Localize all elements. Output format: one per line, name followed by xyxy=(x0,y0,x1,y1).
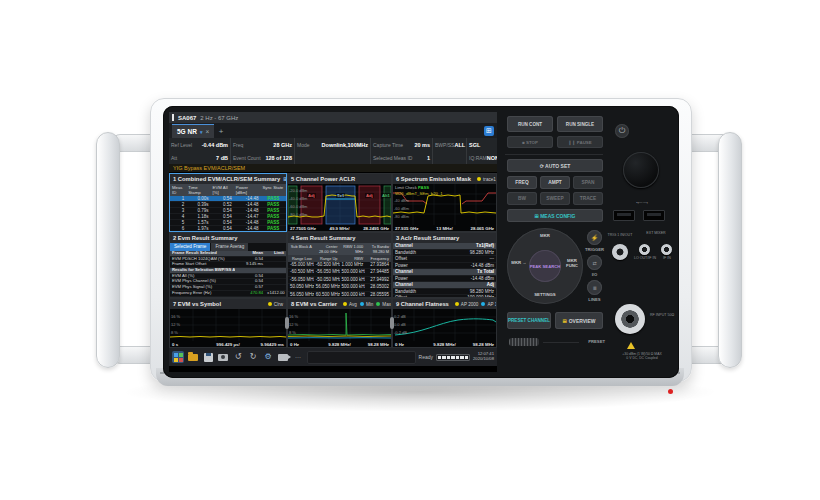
touchscreen[interactable]: SA067 2 Hz - 67 GHz 5G NR ▾ × + ⊞ Ref Le… xyxy=(169,112,497,372)
usb-port-2[interactable] xyxy=(643,210,665,221)
sem-chart: Limit Check PASS W26_dBmT_SEm_b20_1 -40 … xyxy=(393,184,496,231)
table-cell: -56.050 MHz xyxy=(288,277,314,283)
table-cell: 1.18s xyxy=(186,214,210,219)
trigger-button[interactable]: ⚡ xyxy=(587,230,602,245)
panel-evm-summary[interactable]: 2 Evm Result Summary Selected Frame Fram… xyxy=(169,232,287,298)
lo-out-connector[interactable] xyxy=(639,244,650,255)
table-cell: 27.94992 xyxy=(365,277,391,283)
y-tick: -80 dBm xyxy=(394,214,409,219)
span-button[interactable]: SPAN xyxy=(573,176,603,189)
tab-frame-average[interactable]: Frame Averag xyxy=(211,243,248,251)
video-icon[interactable] xyxy=(277,351,289,363)
peak-search-button[interactable]: PEAK SEARCH xyxy=(529,250,561,282)
preset-channel-button[interactable]: PRESET CHANNEL xyxy=(507,312,551,329)
close-icon[interactable]: × xyxy=(205,128,209,135)
tab-5gnr[interactable]: 5G NR ▾ × xyxy=(172,124,214,138)
run-cont-button[interactable]: RUN CONT xyxy=(507,116,553,132)
bwpss-field[interactable]: BWP/SSALL xyxy=(433,138,466,151)
tab-selected-frame[interactable]: Selected Frame xyxy=(170,243,210,251)
evm-summary-table: Frame Result SelectedMeanLimitEVM PDSCH … xyxy=(170,251,286,298)
y-tick: -40.0 dBm xyxy=(289,196,307,201)
sgl-field[interactable]: SGL xyxy=(467,138,497,151)
panel-sem-chart[interactable]: 6 Spectrum Emission Mask trace1 Limit Ch… xyxy=(392,173,497,232)
power-button[interactable]: ⏻ xyxy=(615,124,629,138)
table-cell: EVM Phys Channel (%) xyxy=(170,279,235,284)
flatness-x-axis: 0 Hz9.828 MHz/98.28 MHz xyxy=(393,341,496,347)
model-label: SA067 xyxy=(178,115,196,121)
capture-time-field[interactable]: Capture Time20 ms xyxy=(371,138,432,151)
table-row[interactable]: -65.000 MHz-60.500 MHz1.000 MHz27.93864 xyxy=(288,262,391,269)
io-label: I/O xyxy=(581,272,608,277)
pause-button[interactable]: ❙❙ PAUSE xyxy=(557,136,603,148)
thumbwheel[interactable] xyxy=(509,338,539,346)
overview-button[interactable]: ⊞OVERVIEW xyxy=(555,312,603,329)
table-header: Meas IDTime Stamp EVM All [%]Power [dBm]… xyxy=(170,184,286,196)
panel-evm-symbol[interactable]: 7 EVM vs Symbol Clrw 16 % 12 % 8 % 0 s99… xyxy=(169,298,287,348)
gear-icon[interactable]: ⚙ xyxy=(262,351,274,363)
table-cell: EVM Phys Signal (%) xyxy=(170,285,235,290)
redo-icon[interactable]: ↻ xyxy=(247,351,259,363)
undo-icon[interactable]: ↺ xyxy=(232,351,244,363)
table-cell: 1.000 MHz xyxy=(340,262,366,268)
table-cell: -14.48 dBm xyxy=(440,276,496,282)
panel-sem-summary[interactable]: 4 Sem Result Summary Sub Block ACenter 2… xyxy=(287,232,392,298)
meas-config-button[interactable]: ⊞ MEAS CONFIG xyxy=(507,209,603,222)
splitter-handle[interactable] xyxy=(390,317,394,329)
panel-aclr-summary[interactable]: 3 Aclr Result Summary ChannelTx1(Ref)Ban… xyxy=(392,232,497,298)
trace-button[interactable]: TRACE xyxy=(573,192,603,205)
event-count-field[interactable]: Event Count128 of 128 xyxy=(231,151,294,164)
table-cell: 50.050 MHz xyxy=(288,284,314,290)
freq-button[interactable]: FREQ xyxy=(507,176,537,189)
sweep-button[interactable]: SWEEP xyxy=(540,192,570,205)
more-icon[interactable]: ··· xyxy=(292,351,304,363)
flatness-plot xyxy=(393,309,496,341)
table-cell: 0.54 xyxy=(235,274,265,279)
iqram-field[interactable]: IQ:RAMNONE xyxy=(467,151,497,164)
mkr-to-button[interactable]: MKR → xyxy=(508,260,530,265)
camera-icon[interactable] xyxy=(217,351,229,363)
trig-connector[interactable] xyxy=(612,244,628,260)
y-tick: 16 % xyxy=(289,314,298,319)
usb-port-1[interactable] xyxy=(613,210,635,221)
settings-button[interactable]: SETTINGS xyxy=(527,292,563,297)
att-field[interactable]: Att7 dB xyxy=(169,151,230,164)
smartgrid-button[interactable]: ⊞ xyxy=(484,126,494,136)
table-row[interactable]: 50.050 MHz56.050 MHz500.000 kHz28.05002 xyxy=(288,284,391,291)
bw-button[interactable]: BW xyxy=(507,192,537,205)
table-row[interactable]: -56.050 MHz-50.050 MHz500.000 kHz27.9499… xyxy=(288,277,391,284)
panel-evm-carrier[interactable]: 8 EVM vs Carrier Avg Min Max 16 % xyxy=(287,298,392,348)
table-row[interactable]: -60.500 MHz-56.050 MHz500.000 kHz27.9448… xyxy=(288,269,391,276)
stop-button[interactable]: ■ STOP xyxy=(507,136,553,148)
rf-input-connector[interactable] xyxy=(615,304,645,334)
status-field[interactable] xyxy=(307,351,416,364)
rotary-knob[interactable] xyxy=(623,152,659,188)
y-tick: -60 dBm xyxy=(394,206,409,211)
windows-icon[interactable] xyxy=(172,351,184,363)
mode-field[interactable]: ModeDownlink,100MHz xyxy=(295,138,370,151)
panel-channel-flatness[interactable]: 9 Channel Flatness AP 2000 AP 1000 0.2 d… xyxy=(392,298,497,348)
chevron-down-icon[interactable]: ▾ xyxy=(200,129,203,135)
trigger-label: TRIGGER xyxy=(581,247,608,252)
selected-meas-field[interactable]: Selected Meas ID1 xyxy=(371,151,432,164)
ampt-button[interactable]: AMPT xyxy=(540,176,570,189)
if-in-connector[interactable] xyxy=(661,244,672,255)
panel-aclr-chart[interactable]: 5 Channel Power ACLR xyxy=(287,173,392,232)
run-single-button[interactable]: RUN SINGLE xyxy=(557,116,603,132)
ref-level-field[interactable]: Ref Level-0.44 dBm xyxy=(169,138,230,151)
freq-field[interactable]: Freq28 GHz xyxy=(231,138,294,151)
add-tab-button[interactable]: + xyxy=(214,125,228,138)
mkr-button[interactable]: MKR xyxy=(529,233,561,238)
panel-combined-summary[interactable]: 1 Combined EVM/ACLR/SEM Summary⊞ Meas ID… xyxy=(169,173,287,232)
io-button[interactable]: ⇄ xyxy=(587,255,602,270)
mkr-func-button[interactable]: MKR FUNC xyxy=(561,258,583,268)
auto-set-button[interactable]: ⟳ AUTO SET xyxy=(507,159,603,172)
title-accent xyxy=(172,114,174,121)
splitter-handle[interactable] xyxy=(285,317,289,329)
folder-icon[interactable] xyxy=(187,351,199,363)
table-cell xyxy=(265,262,286,267)
save-icon[interactable] xyxy=(202,351,214,363)
warning-text: +30 dBm (1 W)/50 Ω MAX0 V DC, DC Coupled xyxy=(609,352,675,360)
lines-button[interactable]: ≣ xyxy=(587,280,602,295)
table-cell: PASS xyxy=(260,226,286,231)
table-cell: Offset xyxy=(393,256,440,262)
